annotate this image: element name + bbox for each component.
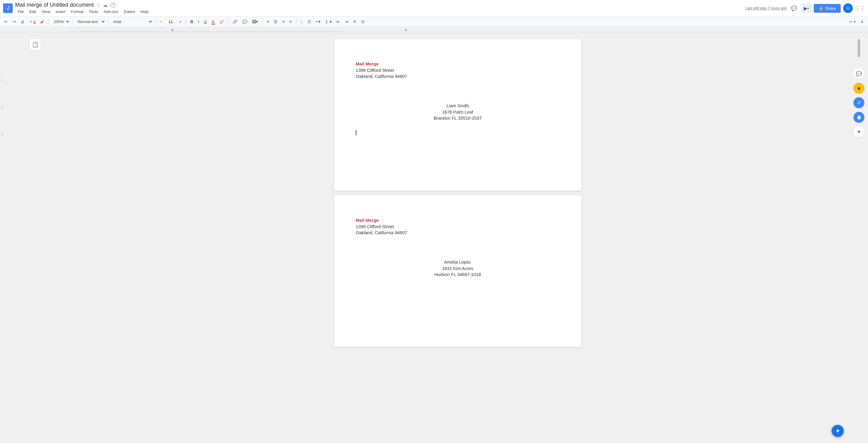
image-button[interactable]: 🖼▾ (250, 18, 260, 25)
undo-button[interactable]: ↩ (2, 18, 9, 25)
presentation-icon-btn[interactable]: ▶ ▾ (801, 3, 811, 13)
highlight-button[interactable]: 🖊 (218, 18, 226, 25)
align-center-button[interactable]: ☰ (272, 18, 279, 25)
recipient-street-1: 1678 Palm Leaf (434, 109, 482, 115)
header-icons: 💬 ▶ ▾ 🔒 Share U ⋮⋮ (789, 3, 865, 13)
title-area: Mail merge of Untitled document ☆ ☁ 🕐 Fi… (15, 2, 743, 14)
sep8 (296, 19, 296, 25)
lock-icon: 🔒 (818, 6, 824, 11)
doc-icon[interactable] (3, 3, 13, 13)
clear-format-button[interactable]: ✕ (351, 18, 358, 25)
sender-street-1: 1398 Clifford Street (356, 67, 560, 74)
right-panel: 💬 ★ ↺ 📋 + (850, 33, 868, 441)
menu-help[interactable]: Help (138, 9, 151, 14)
recipient-city-2: Hudson FL 34667-1018 (434, 272, 481, 278)
menu-insert[interactable]: Insert (53, 9, 68, 14)
svg-marker-3 (172, 29, 174, 31)
special-chars-button[interactable]: Ω (360, 18, 366, 25)
font-size-decrease[interactable]: − (158, 18, 164, 25)
scrollbar-thumb[interactable] (858, 39, 860, 57)
apps-icon-btn[interactable]: ⋮⋮ (855, 3, 865, 13)
menu-file[interactable]: File (15, 9, 26, 14)
page-2: Mail Merge 1398 Clifford Street Oakland,… (334, 196, 581, 347)
menu-addons[interactable]: Add-ons (101, 9, 120, 14)
present-icon: ▶ (804, 5, 807, 11)
doc-title[interactable]: Mail merge of Untitled document (15, 2, 94, 8)
italic-button[interactable]: I (196, 18, 201, 25)
sender-city-1: Oakland, California 94607 (356, 73, 560, 80)
redo-button[interactable]: ↪ (11, 18, 18, 25)
fab-button[interactable]: ✦ (832, 425, 844, 437)
blue2-icon[interactable]: 📋 (854, 112, 864, 123)
align-right-button[interactable]: ≡ (281, 18, 287, 25)
save-status: Last edit was 7 hours ago (745, 6, 787, 10)
recipient-street-2: 1831 Kim Acres (434, 266, 481, 272)
sep5 (186, 19, 186, 25)
spell-check-button[interactable]: ✓a (28, 18, 37, 25)
present-chevron: ▾ (807, 7, 809, 10)
link-button[interactable]: 🔗 (231, 18, 239, 25)
plus-icon[interactable]: + (854, 126, 864, 137)
sep6 (228, 19, 228, 25)
text-cursor (356, 130, 356, 135)
numbered-list-button[interactable]: 1. ▾ (323, 18, 334, 25)
recipient-block-2: Amelia Lopez 1831 Kim Acres Hudson FL 34… (434, 259, 481, 278)
user-avatar[interactable]: U (843, 3, 853, 13)
align-left-button[interactable]: ≡ (265, 18, 271, 25)
checklist-button[interactable]: ☑ (306, 18, 313, 25)
sep4 (155, 19, 156, 25)
menu-view[interactable]: View (39, 9, 53, 14)
history-icon[interactable]: 🕐 (110, 2, 116, 8)
font-family-select[interactable]: Arial Times New Roman Georgia (111, 18, 153, 26)
indent-less-button[interactable]: ⇤ (335, 18, 342, 25)
sep1 (49, 19, 49, 25)
zoom-select[interactable]: 100% 75% 125% 150% (51, 18, 70, 26)
font-color-button[interactable]: A (210, 18, 217, 25)
ruler-content (70, 27, 868, 33)
sidebar-notes-icon[interactable]: 📋 (30, 39, 41, 50)
menu-format[interactable]: Format (68, 9, 86, 14)
left-panel: 1 2 3 (0, 33, 5, 441)
line-spacing-button[interactable]: ↕ (299, 18, 305, 25)
font-size-increase[interactable]: + (178, 18, 184, 25)
blue-sync-icon[interactable]: ↺ (854, 97, 864, 108)
sender-street-2: 1398 Clifford Street (356, 224, 560, 230)
bold-button[interactable]: B (188, 18, 195, 25)
sender-city-2: Oakland, California 94607 (356, 230, 560, 236)
share-button[interactable]: 🔒 Share (814, 4, 841, 13)
toolbar-collapse-button[interactable]: ∧ (859, 18, 866, 25)
recipient-name-2: Amelia Lopez (434, 259, 481, 266)
comment-icon-btn[interactable]: 💬 (789, 3, 799, 13)
doc-area[interactable]: Mail Merge 1398 Clifford Street Oakland,… (65, 33, 850, 441)
cloud-save-icon[interactable]: ☁ (103, 2, 108, 8)
sender-name-2: Mail Merge (356, 217, 560, 224)
print-button[interactable]: 🖨 (19, 18, 26, 25)
sep2 (72, 19, 73, 25)
align-justify-button[interactable]: ≡ (288, 18, 294, 25)
recipient-block-1: Liam Smith 1678 Palm Leaf Brandon FL 335… (434, 103, 482, 122)
toolbar: ↩ ↪ 🖨 ✓a 🖌 100% 75% 125% 150% Normal tex… (0, 17, 868, 27)
right-icons: 💬 ★ ↺ 📋 + (854, 68, 864, 137)
doc-svg (5, 5, 11, 11)
svg-marker-4 (405, 29, 407, 31)
text-style-select[interactable]: Normal text Title Heading 1 Heading 2 (75, 18, 105, 26)
ruler-num-1: 1 (2, 78, 3, 81)
star-icon[interactable]: ☆ (96, 2, 100, 8)
ruler-svg (70, 27, 868, 33)
page-1: Mail Merge 1398 Clifford Street Oakland,… (334, 39, 581, 191)
top-bar: Mail merge of Untitled document ☆ ☁ 🕐 Fi… (0, 0, 868, 17)
yellow-icon[interactable]: ★ (854, 83, 864, 94)
comment-button[interactable]: 💬 (241, 18, 249, 25)
menu-tools[interactable]: Tools (87, 9, 100, 14)
paint-format-button[interactable]: 🖌 (38, 18, 46, 25)
editing-mode-button[interactable]: ✏ ▾ (847, 18, 858, 25)
underline-button[interactable]: U (202, 18, 208, 25)
sender-name-1: Mail Merge (356, 61, 560, 67)
menu-edit[interactable]: Edit (27, 9, 38, 14)
font-size-input[interactable] (165, 19, 176, 25)
indent-more-button[interactable]: ⇥ (343, 18, 350, 25)
ruler-num-2: 2 (2, 106, 3, 109)
bullet-list-button[interactable]: • ▾ (314, 18, 322, 25)
menu-zotero[interactable]: Zotero (121, 9, 138, 14)
chat-right-icon[interactable]: 💬 (854, 68, 864, 79)
